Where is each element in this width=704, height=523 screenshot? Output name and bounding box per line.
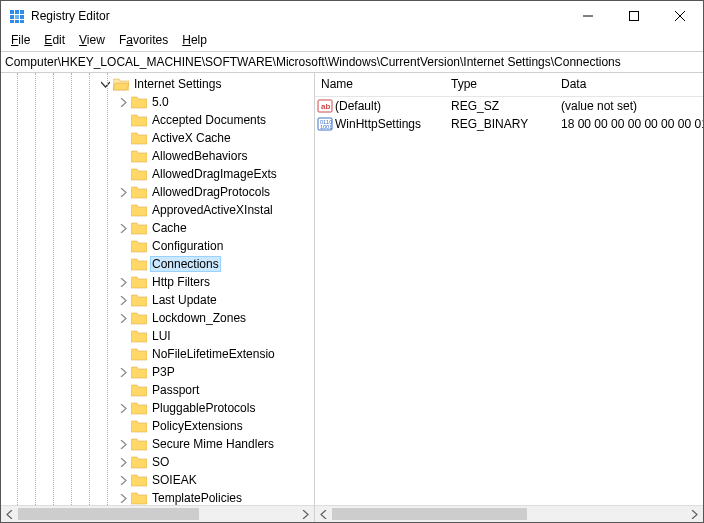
chevron-left-icon: [5, 510, 14, 519]
menu-help[interactable]: Help: [176, 31, 213, 49]
list-row[interactable]: (Default) REG_SZ (value not set): [315, 97, 703, 115]
chevron-right-icon[interactable]: [115, 310, 131, 326]
chevron-right-icon[interactable]: [115, 454, 131, 470]
tree-item-label: LUI: [150, 329, 173, 343]
expander-placeholder: [115, 112, 131, 128]
tree-item-label: Accepted Documents: [150, 113, 268, 127]
address-bar[interactable]: Computer\HKEY_LOCAL_MACHINE\SOFTWARE\Mic…: [1, 51, 703, 73]
tree-item[interactable]: ActiveX Cache: [1, 129, 314, 147]
menu-file[interactable]: File: [5, 31, 36, 49]
value-type: REG_BINARY: [445, 117, 555, 131]
tree-pane: Internet Settings 5.0 Accepted Documents…: [1, 73, 315, 522]
scroll-track[interactable]: [18, 506, 297, 522]
folder-icon: [131, 347, 147, 361]
list-header: Name Type Data: [315, 73, 703, 97]
list-body[interactable]: (Default) REG_SZ (value not set) WinHttp…: [315, 97, 703, 505]
scroll-left-button[interactable]: [315, 506, 332, 522]
folder-icon: [131, 455, 147, 469]
chevron-right-icon: [690, 510, 699, 519]
close-button[interactable]: [657, 1, 703, 31]
address-text: Computer\HKEY_LOCAL_MACHINE\SOFTWARE\Mic…: [5, 55, 621, 69]
tree-item[interactable]: PluggableProtocols: [1, 399, 314, 417]
tree[interactable]: Internet Settings 5.0 Accepted Documents…: [1, 73, 314, 505]
menu-favorites[interactable]: Favorites: [113, 31, 174, 49]
chevron-right-icon[interactable]: [115, 94, 131, 110]
folder-icon: [131, 491, 147, 505]
folder-icon: [131, 239, 147, 253]
list-horizontal-scrollbar[interactable]: [315, 505, 703, 522]
value-data: (value not set): [555, 99, 703, 113]
maximize-button[interactable]: [611, 1, 657, 31]
expander-placeholder: [115, 166, 131, 182]
chevron-right-icon[interactable]: [115, 400, 131, 416]
folder-icon: [131, 257, 147, 271]
tree-item[interactable]: SO: [1, 453, 314, 471]
tree-item[interactable]: AllowedDragProtocols: [1, 183, 314, 201]
tree-item[interactable]: LUI: [1, 327, 314, 345]
folder-icon: [131, 473, 147, 487]
tree-item[interactable]: SOIEAK: [1, 471, 314, 489]
tree-item[interactable]: ApprovedActiveXInstal: [1, 201, 314, 219]
tree-item[interactable]: Secure Mime Handlers: [1, 435, 314, 453]
tree-item-label: Http Filters: [150, 275, 212, 289]
tree-item[interactable]: Last Update: [1, 291, 314, 309]
chevron-right-icon[interactable]: [115, 220, 131, 236]
column-header-data[interactable]: Data: [555, 73, 703, 96]
tree-item[interactable]: PolicyExtensions: [1, 417, 314, 435]
chevron-right-icon[interactable]: [115, 292, 131, 308]
folder-icon: [131, 401, 147, 415]
tree-item[interactable]: Accepted Documents: [1, 111, 314, 129]
tree-item[interactable]: 5.0: [1, 93, 314, 111]
tree-item-label: AllowedDragProtocols: [150, 185, 272, 199]
value-name: (Default): [335, 99, 381, 113]
tree-item-label: ActiveX Cache: [150, 131, 233, 145]
chevron-right-icon[interactable]: [115, 184, 131, 200]
tree-item[interactable]: P3P: [1, 363, 314, 381]
menu-view[interactable]: View: [73, 31, 111, 49]
tree-item[interactable]: Lockdown_Zones: [1, 309, 314, 327]
scroll-right-button[interactable]: [297, 506, 314, 522]
folder-icon: [131, 275, 147, 289]
column-header-type[interactable]: Type: [445, 73, 555, 96]
tree-item-label: NoFileLifetimeExtensio: [150, 347, 277, 361]
minimize-button[interactable]: [565, 1, 611, 31]
menu-edit[interactable]: Edit: [38, 31, 71, 49]
folder-icon: [131, 293, 147, 307]
scroll-right-button[interactable]: [686, 506, 703, 522]
scroll-left-button[interactable]: [1, 506, 18, 522]
chevron-right-icon[interactable]: [115, 490, 131, 505]
tree-item-internet-settings[interactable]: Internet Settings: [1, 75, 314, 93]
tree-horizontal-scrollbar[interactable]: [1, 505, 314, 522]
expander-placeholder: [115, 382, 131, 398]
scroll-thumb[interactable]: [332, 508, 527, 520]
tree-item[interactable]: NoFileLifetimeExtensio: [1, 345, 314, 363]
chevron-right-icon[interactable]: [115, 364, 131, 380]
tree-item-label: AllowedBehaviors: [150, 149, 249, 163]
menubar: File Edit View Favorites Help: [1, 31, 703, 51]
tree-item[interactable]: Connections: [1, 255, 314, 273]
chevron-down-icon[interactable]: [97, 76, 113, 92]
chevron-right-icon[interactable]: [115, 274, 131, 290]
tree-item[interactable]: AllowedDragImageExts: [1, 165, 314, 183]
tree-item[interactable]: TemplatePolicies: [1, 489, 314, 505]
chevron-right-icon[interactable]: [115, 472, 131, 488]
list-pane: Name Type Data (Default) REG_SZ (value n…: [315, 73, 703, 522]
scroll-track[interactable]: [332, 506, 686, 522]
chevron-right-icon[interactable]: [115, 436, 131, 452]
scroll-thumb[interactable]: [18, 508, 199, 520]
window-title: Registry Editor: [31, 9, 110, 23]
folder-icon: [131, 95, 147, 109]
column-header-name[interactable]: Name: [315, 73, 445, 96]
tree-item[interactable]: Http Filters: [1, 273, 314, 291]
tree-item-label: SO: [150, 455, 171, 469]
folder-icon: [131, 311, 147, 325]
tree-item[interactable]: AllowedBehaviors: [1, 147, 314, 165]
tree-item-label: Cache: [150, 221, 189, 235]
expander-placeholder: [115, 130, 131, 146]
tree-item[interactable]: Cache: [1, 219, 314, 237]
tree-item-label: ApprovedActiveXInstal: [150, 203, 275, 217]
tree-item[interactable]: Configuration: [1, 237, 314, 255]
expander-placeholder: [115, 256, 131, 272]
tree-item[interactable]: Passport: [1, 381, 314, 399]
list-row[interactable]: WinHttpSettings REG_BINARY 18 00 00 00 0…: [315, 115, 703, 133]
